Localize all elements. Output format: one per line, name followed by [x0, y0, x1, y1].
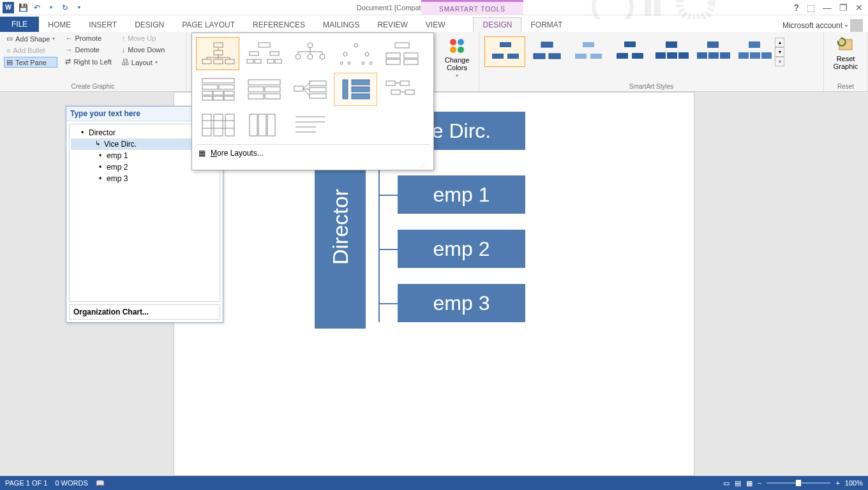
text-pane-button[interactable]: ▤Text Pane — [4, 57, 57, 68]
svg-point-52 — [308, 54, 313, 59]
add-bullet-button: ≡Add Bullet — [4, 45, 57, 56]
demote-button[interactable]: →Demote — [63, 45, 114, 55]
svg-rect-45 — [270, 52, 279, 56]
style-thumb-6[interactable] — [692, 36, 733, 67]
svg-line-89 — [303, 89, 310, 89]
text-pane-item-emp3[interactable]: emp 3 — [71, 173, 218, 184]
qat-customize-icon[interactable]: ▾ — [74, 3, 84, 13]
style-thumb-1[interactable] — [484, 36, 525, 67]
zoom-out-button[interactable]: − — [758, 479, 761, 487]
style-thumb-7[interactable] — [733, 36, 774, 67]
tab-view[interactable]: VIEW — [417, 18, 454, 32]
tab-design[interactable]: DESIGN — [126, 18, 173, 32]
styles-gallery-scroll[interactable]: ▴▾▿ — [775, 38, 785, 66]
svg-rect-102 — [214, 114, 223, 136]
layout-option-9-hovered[interactable] — [334, 73, 377, 106]
move-down-icon: ↓ — [122, 46, 126, 54]
style-thumb-3[interactable] — [567, 36, 608, 67]
word-app-icon: W — [3, 2, 14, 13]
svg-point-58 — [354, 43, 358, 47]
redo-icon[interactable]: ↻ — [60, 3, 70, 13]
style-thumb-4[interactable] — [609, 36, 650, 67]
layout-option-11[interactable] — [196, 108, 239, 142]
style-thumb-2[interactable] — [526, 36, 567, 67]
layout-option-8[interactable] — [288, 73, 331, 106]
save-icon[interactable]: 💾 — [18, 3, 28, 13]
svg-rect-28 — [749, 41, 760, 48]
layout-option-12[interactable] — [242, 108, 285, 142]
view-web-icon[interactable]: ▦ — [746, 479, 752, 487]
layout-option-7[interactable] — [242, 73, 285, 106]
panel-resize-grip[interactable]: ⋰ — [196, 161, 430, 168]
account-link[interactable]: Microsoft account▾ — [782, 19, 868, 32]
svg-rect-96 — [400, 81, 409, 85]
layout-option-4[interactable] — [334, 37, 377, 70]
svg-rect-86 — [310, 87, 326, 92]
tab-file[interactable]: FILE — [0, 17, 39, 32]
view-read-icon[interactable]: ▭ — [723, 479, 730, 487]
add-shape-button[interactable]: ▭Add Shape▾ — [4, 33, 57, 44]
help-icon[interactable]: ? — [793, 3, 799, 13]
add-shape-icon: ▭ — [6, 34, 13, 43]
svg-rect-74 — [213, 91, 223, 95]
tab-page-layout[interactable]: PAGE LAYOUT — [173, 18, 244, 32]
svg-rect-9 — [492, 54, 504, 59]
promote-button[interactable]: ←Promote — [63, 33, 114, 43]
status-words[interactable]: 0 WORDS — [55, 479, 87, 487]
status-page[interactable]: PAGE 1 OF 1 — [5, 479, 47, 487]
view-print-icon[interactable]: ▤ — [735, 479, 741, 487]
layout-button[interactable]: 品Layout▾ — [119, 56, 168, 68]
svg-point-62 — [348, 62, 350, 64]
move-down-button[interactable]: ↓Move Down — [119, 45, 168, 55]
tab-smartart-design[interactable]: DESIGN — [473, 17, 521, 32]
svg-rect-73 — [202, 91, 213, 95]
svg-rect-24 — [707, 41, 719, 48]
smartart-node-emp1[interactable]: emp 1 — [398, 175, 525, 214]
layout-option-13[interactable] — [288, 108, 331, 142]
zoom-in-button[interactable]: + — [835, 479, 839, 487]
svg-rect-2 — [654, 0, 661, 16]
svg-rect-44 — [250, 52, 258, 56]
restore-icon[interactable]: ❐ — [839, 3, 848, 13]
layout-option-6[interactable] — [196, 73, 239, 106]
more-layouts-icon: ▦ — [198, 149, 206, 158]
tab-smartart-format[interactable]: FORMAT — [521, 18, 571, 32]
style-thumb-5[interactable] — [650, 36, 691, 67]
reset-graphic-button[interactable]: Reset Graphic — [828, 33, 864, 73]
svg-rect-35 — [202, 59, 211, 64]
undo-dropdown-icon[interactable]: ▾ — [46, 3, 56, 13]
more-layouts-item[interactable]: ▦ MMore Layouts...ore Layouts... — [196, 144, 430, 161]
zoom-slider[interactable] — [767, 482, 830, 484]
tab-insert[interactable]: INSERT — [80, 18, 126, 32]
spell-check-icon[interactable]: 📖 — [96, 479, 105, 487]
layout-option-3[interactable] — [288, 37, 331, 70]
change-colors-button[interactable]: Change Colors ▾ — [439, 34, 475, 81]
smartart-node-emp3[interactable]: emp 3 — [398, 284, 525, 322]
layout-option-1[interactable] — [196, 37, 239, 70]
minimize-icon[interactable]: — — [823, 3, 832, 13]
layout-option-10[interactable] — [380, 73, 423, 106]
tab-mailings[interactable]: MAILINGS — [314, 18, 368, 32]
tab-home[interactable]: HOME — [39, 18, 80, 32]
layout-option-2[interactable] — [242, 37, 285, 70]
svg-rect-10 — [507, 54, 519, 59]
ribbon-options-icon[interactable]: ⬚ — [807, 3, 815, 13]
svg-rect-46 — [247, 59, 253, 63]
smartart-node-emp2[interactable]: emp 2 — [398, 230, 525, 268]
svg-rect-34 — [214, 50, 223, 55]
svg-rect-108 — [267, 114, 275, 136]
svg-point-53 — [320, 54, 325, 59]
layout-option-5[interactable] — [380, 37, 423, 70]
tab-review[interactable]: REVIEW — [368, 18, 416, 32]
svg-rect-20 — [666, 41, 677, 48]
svg-point-60 — [365, 52, 369, 56]
svg-rect-107 — [258, 114, 266, 136]
right-to-left-button[interactable]: ⇄Right to Left — [63, 56, 114, 67]
undo-icon[interactable]: ↶ — [32, 3, 42, 13]
close-icon[interactable]: ✕ — [855, 3, 863, 13]
text-pane-footer[interactable]: Organization Chart... — [69, 304, 220, 320]
svg-rect-25 — [697, 52, 707, 59]
tab-references[interactable]: REFERENCES — [244, 18, 314, 32]
svg-point-5 — [458, 39, 464, 45]
zoom-level[interactable]: 100% — [845, 479, 863, 487]
